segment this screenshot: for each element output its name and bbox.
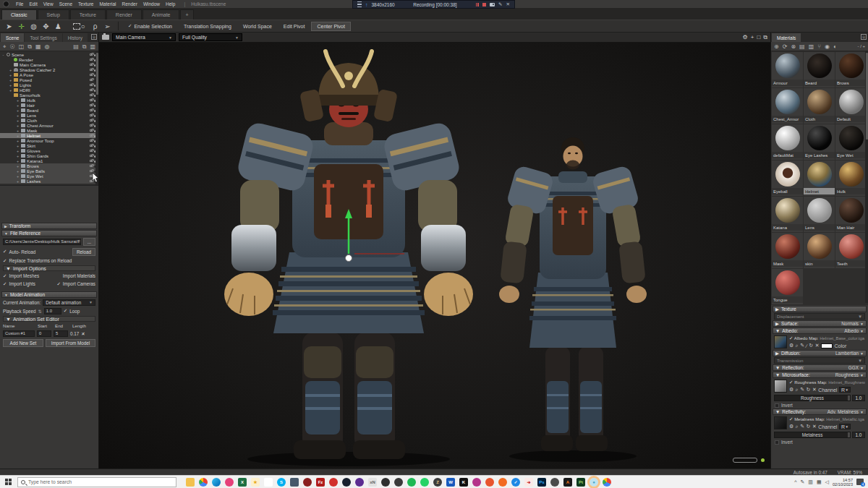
expand-toggle-icon[interactable]: + <box>9 83 12 87</box>
surface-section-header[interactable]: ▶Surface:Normals▼ <box>773 320 867 327</box>
scene-tree-row[interactable]: + Gloves <box>0 148 98 153</box>
workspace-tab[interactable]: Render <box>106 9 142 20</box>
center-pivot-button[interactable]: Center Pivot <box>311 22 351 31</box>
viewport[interactable]: Main Camera▼ Full Quality▼ ⚙ + □ ⧉ <box>99 33 770 468</box>
map-settings-gear-icon[interactable]: ⚙ <box>789 387 793 393</box>
menu-item[interactable]: Help <box>163 1 178 7</box>
upload-icon[interactable]: ↑ <box>365 2 368 7</box>
scene-tree-row[interactable]: + Mask <box>0 128 98 133</box>
krita-icon[interactable]: K <box>459 478 468 487</box>
scale-tool-icon[interactable]: ✥ <box>40 21 52 32</box>
pause-icon[interactable] <box>475 2 479 7</box>
import-cameras-checkbox[interactable]: ✓ <box>56 281 60 287</box>
photoshop-icon[interactable]: Ps <box>537 478 546 487</box>
expand-toggle-icon[interactable]: + <box>16 98 20 103</box>
panel-tab[interactable]: Scene <box>1 33 24 42</box>
whatsapp-icon[interactable] <box>420 478 429 487</box>
microsurface-section-header[interactable]: ▼Microsurface:Roughness▼ <box>773 372 867 378</box>
map-zoom-icon[interactable]: ⌕ <box>796 424 799 429</box>
expand-toggle-icon[interactable]: + <box>9 78 12 82</box>
tray-expand-icon[interactable]: ^ <box>794 479 796 484</box>
playback-speed-stepper[interactable]: ⇅ <box>38 309 42 314</box>
lock-icon[interactable] <box>90 79 93 81</box>
translation-snapping-toggle[interactable]: Translation Snapping <box>179 24 237 29</box>
roughness-channel-dropdown[interactable]: R▼ <box>839 387 851 393</box>
edit-pivot-toggle[interactable]: Edit Pivot <box>278 24 310 29</box>
houdini-icon[interactable] <box>498 478 507 487</box>
record-icon[interactable] <box>303 478 312 487</box>
find-material-icon[interactable]: ◐ <box>833 43 837 50</box>
world-space-toggle[interactable]: World Space <box>238 24 277 29</box>
expand-toggle-icon[interactable]: + <box>16 159 20 163</box>
expand-toggle-icon[interactable]: + <box>16 134 20 138</box>
ellipse-select-icon[interactable]: ○ <box>77 21 89 32</box>
delete-set-icon[interactable]: ✕ <box>81 331 85 336</box>
scene-tree-row[interactable]: - Scene <box>0 52 98 57</box>
import-lights-checkbox[interactable]: ✓ <box>3 281 7 287</box>
lock-icon[interactable] <box>90 94 93 96</box>
scene-tree-row[interactable]: + Beard <box>0 108 98 113</box>
menu-item[interactable]: Window <box>140 1 163 7</box>
albedo-section-header[interactable]: ▼Albedo:Albedo▼ <box>773 328 867 334</box>
map-zoom-icon[interactable]: ⌕ <box>796 343 799 348</box>
map-path-icon[interactable]: ∕ <box>807 343 807 348</box>
rotate-tool-icon[interactable]: ◍ <box>27 21 40 32</box>
duplicate-icon[interactable]: ⧉ <box>27 43 32 50</box>
material-item[interactable]: Hulk <box>835 160 867 196</box>
scene-tree-row[interactable]: + Shadow Catcher 2 <box>0 67 98 72</box>
keyboard-icon[interactable]: ▥ <box>808 479 813 485</box>
expand-toggle-icon[interactable]: + <box>16 169 20 174</box>
scene-tree-row[interactable]: Render <box>0 57 98 62</box>
arrow-app-icon[interactable]: ➔ <box>524 478 533 487</box>
albedo-color-swatch[interactable] <box>821 343 833 348</box>
scene-tree-row[interactable]: + Chest Armour <box>0 123 98 128</box>
texture-section-header[interactable]: ▶Texture <box>773 306 867 312</box>
material-item[interactable]: Tongue <box>772 269 803 304</box>
file-explorer-icon[interactable] <box>186 478 195 487</box>
undock-materials-icon[interactable]: ⧉ <box>861 34 867 40</box>
steam-icon[interactable] <box>342 478 351 487</box>
material-trash-icon[interactable]: ▥ <box>809 43 814 50</box>
recorder-menu-icon[interactable] <box>357 1 362 9</box>
network-icon[interactable]: ▦ <box>817 479 822 485</box>
pen-app-icon[interactable] <box>472 478 481 487</box>
sky-icon[interactable]: ◍ <box>45 43 50 50</box>
enable-selection-toggle[interactable]: ✓Enable Selection <box>123 23 177 29</box>
map-clear-icon[interactable]: ✕ <box>812 424 817 429</box>
metalness-invert-checkbox[interactable] <box>775 440 779 445</box>
lock-icon[interactable] <box>90 170 93 172</box>
import-from-model-button[interactable]: Import From Model <box>46 339 95 347</box>
lock-icon[interactable] <box>90 155 93 157</box>
lock-icon[interactable] <box>90 134 93 137</box>
material-item[interactable]: Armour <box>772 52 803 87</box>
tree-scrollbar[interactable] <box>95 51 98 185</box>
word-icon[interactable]: W <box>446 478 455 487</box>
screenshot-icon[interactable] <box>490 3 495 7</box>
lock-icon[interactable] <box>90 59 93 61</box>
animation-set-editor-header[interactable]: ▼Animation Set Editor <box>3 316 95 322</box>
reload-button[interactable]: Reload <box>72 248 95 256</box>
menu-item[interactable]: Scene <box>56 1 75 7</box>
dark-app-icon[interactable] <box>381 478 390 487</box>
lock-icon[interactable] <box>90 64 93 66</box>
menu-item[interactable]: Render <box>119 1 140 7</box>
materials-scrollbar[interactable] <box>865 51 868 303</box>
lock-icon[interactable] <box>90 53 93 56</box>
workspace-tab[interactable]: Classic <box>1 9 37 20</box>
workspace-tab[interactable]: + <box>180 9 193 20</box>
calculator-icon[interactable] <box>290 478 299 487</box>
metalness-value[interactable]: 1.0 <box>852 432 865 438</box>
map-settings-gear-icon[interactable]: ⚙ <box>789 424 793 429</box>
material-item[interactable]: skin <box>804 233 835 268</box>
expand-toggle-icon[interactable]: + <box>16 108 20 113</box>
replace-transforms-checkbox[interactable]: ✓ <box>3 258 7 264</box>
diffusion-section-header[interactable]: ▶Diffusion:Lambertian▼ <box>773 350 867 356</box>
metalness-channel-dropdown[interactable]: R▼ <box>839 424 851 429</box>
expand-toggle-icon[interactable]: + <box>16 139 20 143</box>
panel-tab[interactable]: History <box>63 33 88 42</box>
map-clear-icon[interactable]: ✕ <box>812 387 817 393</box>
assign-material-icon[interactable]: ⑂ <box>817 43 821 50</box>
material-item[interactable]: Helmet <box>804 160 835 196</box>
start-button[interactable] <box>5 479 12 485</box>
material-item[interactable]: Katana <box>772 197 803 232</box>
